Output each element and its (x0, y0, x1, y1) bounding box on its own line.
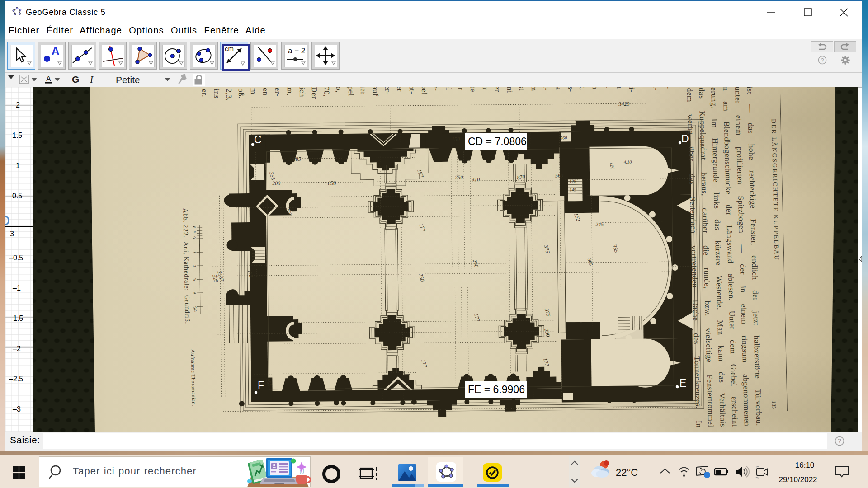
svg-text:?: ? (838, 437, 841, 445)
svg-text:G: G (72, 74, 79, 84)
svg-text:cm: cm (225, 45, 234, 52)
svg-text:I: I (90, 74, 94, 85)
svg-text:?: ? (821, 57, 824, 64)
svg-text:a = 2: a = 2 (288, 47, 305, 55)
svg-text:A: A (46, 75, 51, 83)
svg-text:Petite: Petite (116, 75, 140, 85)
svg-text:A: A (52, 45, 59, 57)
